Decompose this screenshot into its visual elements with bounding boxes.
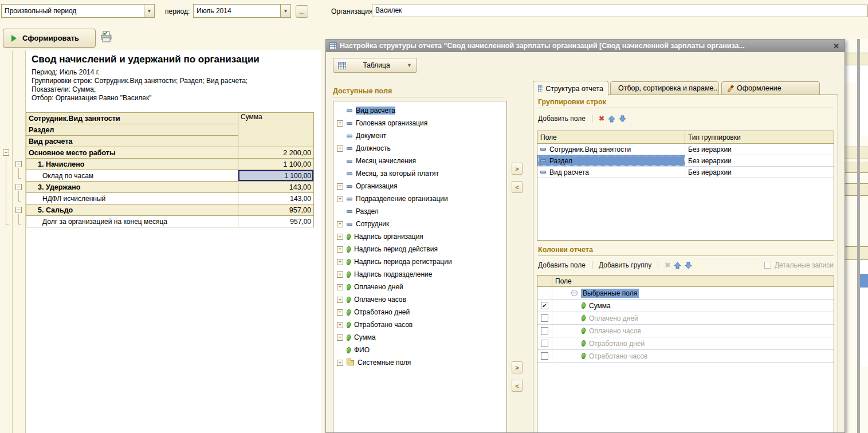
tree-item[interactable]: ФИО bbox=[333, 344, 506, 356]
tree-item[interactable]: Отработано часов bbox=[333, 318, 506, 331]
generate-button[interactable]: Сформировать bbox=[3, 29, 96, 48]
tree-item-label[interactable]: Оплачено дней bbox=[354, 283, 403, 291]
tree-item-label[interactable]: Сотрудник bbox=[356, 220, 389, 228]
tree-item[interactable]: Надпись периода регистрации bbox=[333, 255, 506, 268]
chevron-down-icon[interactable] bbox=[280, 5, 290, 17]
tree-item-label[interactable]: Отработано часов bbox=[354, 321, 413, 329]
expand-icon[interactable] bbox=[337, 183, 343, 190]
tree-item-label[interactable]: Подразделение организации bbox=[356, 195, 448, 203]
collapse-group-icon[interactable] bbox=[15, 207, 22, 213]
tab-report-structure[interactable]: Структура отчета bbox=[533, 81, 608, 96]
tree-item-label[interactable]: Документ bbox=[356, 132, 386, 140]
tree-item-label[interactable]: Должность bbox=[356, 144, 391, 152]
tree-item[interactable]: Месяц начисления bbox=[333, 155, 506, 167]
value-cell[interactable]: 957,00 bbox=[238, 216, 314, 227]
add-field-button[interactable]: Добавить поле bbox=[538, 261, 586, 269]
available-fields-tree[interactable]: Вид расчета Головная организация Докумен… bbox=[333, 101, 507, 433]
tree-item-label[interactable]: Организация bbox=[356, 182, 397, 190]
move-right-button[interactable]: > bbox=[512, 163, 523, 175]
value-cell[interactable]: 143,00 bbox=[238, 193, 314, 204]
table-row[interactable]: Сумма bbox=[537, 300, 834, 312]
expand-icon[interactable] bbox=[337, 234, 343, 240]
expand-icon[interactable] bbox=[337, 309, 343, 316]
tree-item[interactable]: Головная организация bbox=[333, 117, 506, 129]
detail-cell[interactable]: Долг за организацией на конец месяца bbox=[26, 216, 238, 227]
tree-item[interactable]: Оплачено дней bbox=[333, 281, 506, 293]
tree-item-label[interactable]: Надпись подразделение bbox=[354, 270, 432, 278]
expand-icon[interactable] bbox=[337, 334, 343, 341]
group-cell[interactable]: Основное место работы bbox=[26, 147, 238, 159]
value-cell[interactable]: 957,00 bbox=[238, 204, 314, 216]
tree-item-label[interactable]: ФИО bbox=[354, 346, 370, 354]
tree-item[interactable]: Месяц, за который платят bbox=[333, 167, 506, 180]
checkbox-unchecked[interactable] bbox=[541, 340, 548, 347]
expand-icon[interactable] bbox=[337, 259, 343, 265]
column-header-field[interactable]: Поле bbox=[537, 131, 685, 143]
header-cell[interactable]: Сотрудник.Вид занятости bbox=[26, 113, 238, 124]
dialog-titlebar[interactable]: Настройка структуры отчета "Свод начисле… bbox=[326, 40, 845, 52]
tree-item[interactable]: Надпись организация bbox=[333, 230, 506, 243]
group-cell[interactable]: 5. Сальдо bbox=[26, 204, 238, 216]
table-row[interactable]: Сотрудник.Вид занятости Без иерархии bbox=[537, 144, 834, 155]
tree-item[interactable]: Должность bbox=[333, 142, 506, 155]
table-row[interactable]: Оплачено часов bbox=[537, 325, 834, 337]
value-cell[interactable]: 143,00 bbox=[238, 182, 314, 193]
move-down-icon[interactable] bbox=[619, 115, 626, 123]
tree-item-label[interactable]: Надпись периода регистрации bbox=[354, 258, 452, 266]
move-left-button[interactable]: < bbox=[512, 380, 523, 392]
organization-input[interactable]: Василек bbox=[372, 5, 868, 17]
printer-icon[interactable] bbox=[100, 30, 113, 43]
table-row[interactable]: Вид расчета Без иерархии bbox=[537, 167, 834, 178]
table-row-selected[interactable]: Выбранные поля bbox=[537, 287, 834, 300]
tab-formatting[interactable]: Оформление bbox=[721, 81, 820, 95]
selected-value-cell[interactable]: 1 100,00 bbox=[238, 170, 314, 182]
header-cell[interactable]: Вид расчета bbox=[26, 136, 238, 147]
tree-item[interactable]: Оплачено часов bbox=[333, 293, 506, 306]
tree-item[interactable]: Надпись период действия bbox=[333, 243, 506, 255]
tree-item[interactable]: Документ bbox=[333, 129, 506, 142]
table-row-selected[interactable]: Раздел Без иерархии bbox=[537, 155, 834, 167]
tree-item[interactable]: Системные поля bbox=[333, 356, 506, 369]
period-picker-button[interactable]: ... bbox=[296, 5, 308, 18]
expand-icon[interactable] bbox=[337, 221, 343, 227]
expand-icon[interactable] bbox=[337, 145, 343, 152]
move-down-icon[interactable] bbox=[685, 262, 692, 269]
collapse-group-icon[interactable] bbox=[15, 161, 22, 167]
table-row[interactable]: Отработано часов bbox=[537, 350, 834, 363]
table-row[interactable]: Отработано дней bbox=[537, 337, 834, 350]
header-cell[interactable]: Раздел bbox=[26, 124, 238, 136]
tree-item[interactable]: Организация bbox=[333, 180, 506, 192]
detail-cell[interactable]: НДФЛ исчисленный bbox=[26, 193, 238, 204]
column-header-grouping-type[interactable]: Тип группировки bbox=[685, 131, 834, 143]
tree-item[interactable]: Отработано дней bbox=[333, 306, 506, 318]
expand-icon[interactable] bbox=[337, 322, 343, 328]
tree-item-label[interactable]: Головная организация bbox=[356, 119, 427, 127]
expand-icon[interactable] bbox=[337, 284, 343, 290]
group-cell[interactable]: 1. Начислено bbox=[26, 159, 238, 170]
expand-icon[interactable] bbox=[337, 120, 343, 127]
chevron-down-icon[interactable] bbox=[144, 5, 154, 17]
tab-filter-sort-params[interactable]: Отбор, сортировка и параме... bbox=[610, 81, 719, 95]
period-type-combobox[interactable]: Произвольный период bbox=[1, 4, 155, 18]
checkbox-unchecked[interactable] bbox=[541, 327, 548, 334]
checkbox-unchecked[interactable] bbox=[541, 314, 548, 322]
tree-item-label[interactable]: Надпись организация bbox=[354, 233, 423, 241]
checkbox-unchecked[interactable] bbox=[541, 352, 548, 360]
detail-records-checkbox[interactable] bbox=[764, 262, 771, 269]
collapse-group-icon[interactable] bbox=[3, 149, 9, 156]
tree-item[interactable]: Сотрудник bbox=[333, 218, 506, 230]
expand-icon[interactable] bbox=[337, 360, 343, 366]
collapse-icon[interactable] bbox=[571, 290, 578, 296]
expand-icon[interactable] bbox=[337, 297, 343, 303]
tree-item-label[interactable]: Месяц, за который платят bbox=[356, 170, 439, 178]
group-cell[interactable]: 3. Удержано bbox=[26, 182, 238, 193]
tree-item[interactable]: Подразделение организации bbox=[333, 192, 506, 205]
tree-item-label[interactable]: Месяц начисления bbox=[356, 157, 416, 165]
tree-item-label[interactable]: Оплачено часов bbox=[354, 296, 406, 304]
move-left-button[interactable]: < bbox=[512, 181, 523, 193]
tree-item-label[interactable]: Сумма bbox=[354, 333, 376, 341]
tree-item[interactable]: Вид расчета bbox=[333, 104, 506, 117]
view-selector-button[interactable]: Таблица bbox=[333, 58, 417, 73]
collapse-group-icon[interactable] bbox=[15, 184, 22, 190]
value-cell[interactable]: 1 100,00 bbox=[238, 159, 314, 170]
